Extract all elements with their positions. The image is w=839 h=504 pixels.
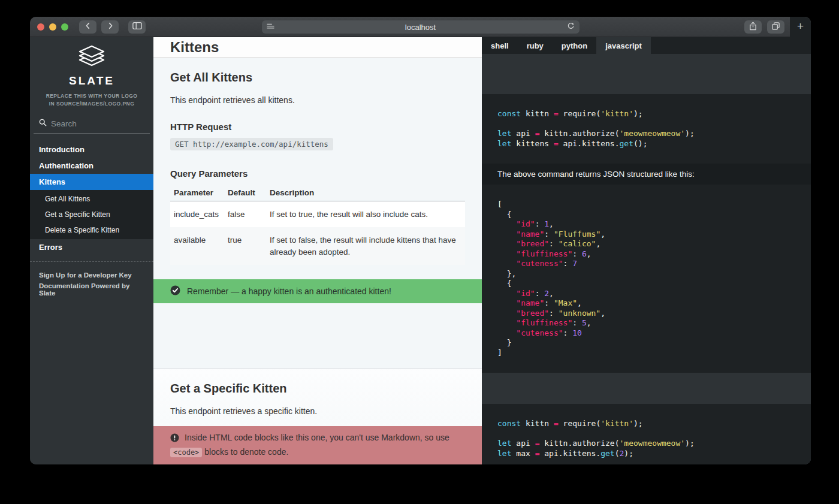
query-parameters-heading: Query Parameters [153, 168, 482, 179]
search-icon [39, 118, 47, 129]
http-request-code: GET http://example.com/api/kittens [170, 138, 333, 150]
http-request-row: GET http://example.com/api/kittens [153, 138, 482, 150]
warning-text-before: Inside HTML code blocks like this one, y… [185, 433, 449, 442]
url-text[interactable]: localhost [274, 23, 567, 32]
table-header-row: Parameter Default Description [170, 185, 465, 201]
col-header-parameter: Parameter [170, 185, 224, 201]
brand-name: SLATE [30, 74, 153, 87]
warning-text-after: blocks to denote code. [202, 447, 288, 457]
cell-parameter: available [170, 227, 224, 265]
warning-inline-code: <code> [170, 448, 202, 457]
doc-content: Kittens Get All Kittens This endpoint re… [153, 37, 482, 464]
code-annotation: The above command returns JSON structure… [482, 164, 811, 185]
warning-callout: Inside HTML code blocks like this one, y… [153, 426, 482, 464]
section-get-specific-kitten: Get a Specific Kitten This endpoint retr… [153, 368, 482, 426]
logo-tagline: REPLACE THIS WITH YOUR LOGO IN SOURCE/IM… [30, 92, 153, 108]
cell-description: If set to false, the result will include… [266, 227, 465, 265]
code-block-get-specific-kitten: const kittn = require('kittn'); let api … [482, 404, 811, 464]
sidebar-item-errors[interactable]: Errors [30, 239, 153, 255]
chevron-right-icon [106, 22, 114, 32]
forward-button[interactable] [101, 20, 119, 34]
powered-by-slate-link[interactable]: Documentation Powered by Slate [30, 280, 153, 298]
sidebar-item-introduction[interactable]: Introduction [30, 141, 153, 158]
page-title: Kittens [153, 37, 482, 58]
new-tab-button[interactable]: + [790, 17, 811, 37]
back-button[interactable] [79, 20, 96, 34]
signup-developer-key-link[interactable]: Sign Up for a Developer Key [30, 270, 153, 280]
sidebar: SLATE REPLACE THIS WITH YOUR LOGO IN SOU… [30, 37, 153, 464]
sidebar-panel-icon [132, 22, 142, 32]
tab-shell[interactable]: shell [482, 37, 518, 54]
query-parameters-table: Parameter Default Description include_ca… [170, 185, 465, 265]
tabs-overview-icon [771, 22, 780, 33]
get-specific-kitten-heading: Get a Specific Kitten [153, 382, 482, 396]
success-callout-text: Remember — a happy kitten is an authenti… [187, 286, 391, 296]
sidebar-toggle-button[interactable] [128, 20, 146, 34]
sidebar-item-kittens[interactable]: Kittens [30, 174, 153, 190]
close-button[interactable] [37, 23, 44, 31]
exclamation-circle-icon [170, 433, 179, 446]
tab-ruby[interactable]: ruby [518, 37, 553, 54]
check-circle-icon [170, 285, 180, 297]
sidebar-subitem-delete-specific-kitten[interactable]: Delete a Specific Kitten [30, 222, 153, 238]
page-body: SLATE REPLACE THIS WITH YOUR LOGO IN SOU… [30, 37, 811, 464]
cell-parameter: include_cats [170, 201, 224, 227]
sidebar-subitem-get-all-kittens[interactable]: Get All Kittens [30, 191, 153, 207]
code-block-json-response: [ { "id": 1, "name": "Fluffums", "breed"… [482, 185, 811, 373]
col-header-description: Description [266, 185, 465, 201]
browser-window: localhost + [30, 17, 811, 464]
address-bar[interactable]: localhost [262, 20, 580, 34]
tab-javascript[interactable]: javascript [596, 37, 651, 54]
sidebar-item-authentication[interactable]: Authentication [30, 158, 153, 174]
slate-logo-icon [77, 61, 107, 71]
chevron-left-icon [84, 22, 92, 32]
titlebar-right-buttons [744, 20, 784, 34]
sidebar-nav: Introduction Authentication Kittens Get … [30, 141, 153, 255]
search-box[interactable] [34, 118, 150, 134]
titlebar: localhost + [30, 17, 811, 37]
sidebar-subitem-get-specific-kitten[interactable]: Get a Specific Kitten [30, 207, 153, 222]
examples-spacer [482, 373, 811, 404]
col-header-default: Default [224, 185, 266, 201]
reader-icon[interactable] [267, 22, 274, 32]
window-controls [37, 23, 68, 31]
get-all-kittens-heading: Get All Kittens [153, 71, 482, 84]
share-button[interactable] [744, 20, 762, 34]
examples-spacer [482, 54, 811, 94]
code-block-get-all-kittens: const kittn = require('kittn'); let api … [482, 94, 811, 164]
reload-icon[interactable] [567, 22, 575, 32]
minimize-button[interactable] [49, 23, 56, 31]
section-get-all-kittens: Get All Kittens This endpoint retrieves … [153, 58, 482, 368]
code-examples-panel: shell ruby python javascript const kittn… [482, 37, 811, 464]
zoom-button[interactable] [61, 23, 68, 31]
cell-default: true [224, 227, 266, 265]
sidebar-subnav: Get All Kittens Get a Specific Kitten De… [30, 190, 153, 239]
tab-python[interactable]: python [553, 37, 596, 54]
query-parameters-table-wrap: Parameter Default Description include_ca… [153, 185, 482, 265]
http-request-heading: HTTP Request [153, 122, 482, 132]
search-input[interactable] [51, 119, 135, 128]
success-callout: Remember — a happy kitten is an authenti… [153, 279, 482, 303]
cell-description: If set to true, the result will also inc… [266, 201, 465, 227]
cell-default: false [224, 201, 266, 227]
get-all-kittens-description: This endpoint retrieves all kittens. [153, 95, 482, 105]
plus-icon: + [797, 20, 804, 33]
language-tabbar: shell ruby python javascript [482, 37, 811, 54]
share-icon [749, 22, 757, 33]
sidebar-divider [30, 261, 153, 262]
get-specific-kitten-description: This endpoint retrieves a specific kitte… [153, 406, 482, 416]
tab-overview-button[interactable] [767, 20, 784, 34]
table-row: include_cats false If set to true, the r… [170, 201, 465, 227]
table-row: available true If set to false, the resu… [170, 227, 465, 265]
logo: SLATE REPLACE THIS WITH YOUR LOGO IN SOU… [30, 37, 153, 108]
